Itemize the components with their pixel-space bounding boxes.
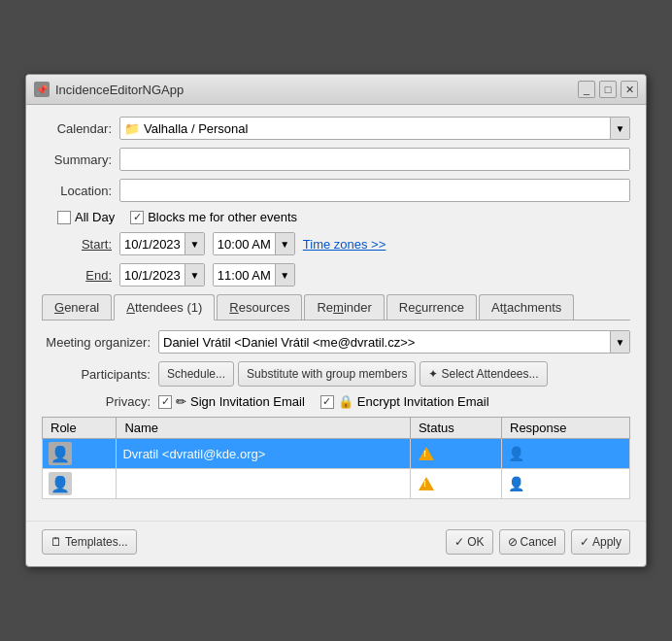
end-date-combo[interactable]: 10/1/2023 ▼: [119, 263, 205, 287]
start-date-value: 10/1/2023: [120, 235, 185, 253]
encrypt-checkbox[interactable]: [320, 395, 334, 409]
all-day-label: All Day: [75, 210, 115, 224]
row1-status: [410, 439, 501, 469]
table-row[interactable]: 👤 Dvratil <dvratil@kde.org> 👤: [43, 439, 630, 469]
time-zones-link[interactable]: Time zones >>: [303, 237, 386, 252]
start-time-combo[interactable]: 10:00 AM ▼: [213, 232, 295, 255]
row2-name: [117, 469, 411, 499]
ok-check-icon: ✓: [454, 535, 464, 549]
warning-triangle-icon: [419, 447, 434, 460]
sign-item: ✏ Sign Invitation Email: [158, 394, 305, 409]
titlebar-controls: _ □ ✕: [578, 81, 638, 98]
end-time-combo[interactable]: 11:00 AM ▼: [213, 263, 295, 287]
end-date-arrow[interactable]: ▼: [185, 264, 204, 286]
all-day-checkbox[interactable]: [57, 211, 71, 224]
row2-warning-icon: [417, 474, 436, 493]
location-row: Location:: [42, 179, 630, 202]
footer-left: 🗒 Templates...: [42, 529, 137, 555]
location-label: Location:: [42, 184, 119, 198]
calendar-combo-arrow[interactable]: ▼: [610, 118, 629, 139]
start-label: Start:: [42, 237, 119, 252]
col-name: Name: [117, 418, 411, 439]
substitute-button[interactable]: Substitute with group members: [238, 361, 416, 387]
tab-attachments[interactable]: Attachments: [479, 294, 574, 320]
summary-input[interactable]: [119, 148, 630, 171]
row2-avatar: 👤: [49, 472, 72, 495]
participants-buttons: Schedule... Substitute with group member…: [158, 361, 548, 387]
start-date-arrow[interactable]: ▼: [185, 233, 204, 254]
sign-label: Sign Invitation Email: [190, 394, 305, 409]
calendar-combo[interactable]: 📁 Valhalla / Personal ▼: [119, 117, 630, 140]
cancel-button[interactable]: ⊘ Cancel: [499, 529, 565, 555]
apply-label: Apply: [592, 535, 622, 549]
tab-recurrence[interactable]: Recurrence: [386, 294, 477, 320]
calendar-combo-text: 📁 Valhalla / Personal: [120, 119, 610, 138]
organizer-label: Meeting organizer:: [42, 335, 158, 350]
row1-role: 👤: [43, 439, 117, 469]
end-date-value: 10/1/2023: [120, 266, 185, 285]
col-role: Role: [43, 418, 117, 439]
organizer-combo[interactable]: Daniel Vrátil <Daniel Vrátil <me@dvratil…: [158, 330, 630, 354]
tab-general[interactable]: General: [42, 294, 112, 320]
all-day-item: All Day: [57, 210, 115, 224]
location-field: [119, 179, 630, 202]
participants-row: Participants: Schedule... Substitute wit…: [42, 361, 630, 387]
participants-label: Participants:: [42, 367, 158, 382]
end-time-arrow[interactable]: ▼: [275, 264, 294, 286]
cancel-label: Cancel: [521, 535, 556, 549]
main-content: Calendar: 📁 Valhalla / Personal ▼ Summar…: [26, 105, 646, 521]
blocks-checkbox[interactable]: [130, 211, 144, 224]
footer-right: ✓ OK ⊘ Cancel ✓ Apply: [446, 529, 630, 555]
cancel-icon: ⊘: [508, 535, 518, 549]
start-date-combo[interactable]: 10/1/2023 ▼: [119, 232, 205, 255]
templates-label: Templates...: [65, 535, 128, 549]
tab-reminder[interactable]: Reminder: [304, 294, 384, 320]
calendar-label: Calendar:: [42, 121, 119, 136]
location-input[interactable]: [119, 179, 630, 202]
end-row: End: 10/1/2023 ▼ 11:00 AM ▼: [42, 263, 630, 287]
window-title: IncidenceEditorNGApp: [55, 83, 184, 97]
organizer-combo-arrow[interactable]: ▼: [610, 331, 629, 353]
tab-attendees[interactable]: Attendees (1): [114, 294, 215, 320]
checkbox-row: All Day Blocks me for other events: [42, 210, 630, 224]
start-row: Start: 10/1/2023 ▼ 10:00 AM ▼ Time zones…: [42, 232, 630, 255]
templates-icon: 🗒: [50, 535, 62, 549]
privacy-row: Privacy: ✏ Sign Invitation Email 🔒 Encry…: [42, 394, 630, 409]
end-label: End:: [42, 268, 119, 283]
row1-response: 👤: [502, 439, 630, 469]
ok-label: OK: [467, 535, 484, 549]
sign-checkbox[interactable]: [158, 395, 172, 409]
summary-field: [119, 148, 630, 171]
tab-resources[interactable]: Resources: [217, 294, 302, 320]
select-attendees-button[interactable]: ✦ ✦ Select Attendees... Select Attendees…: [420, 361, 547, 387]
row2-status: [410, 469, 501, 499]
footer: 🗒 Templates... ✓ OK ⊘ Cancel ✓ Apply: [26, 521, 646, 566]
col-response: Response: [502, 418, 630, 439]
blocks-label: Blocks me for other events: [148, 210, 297, 224]
warning-triangle2-icon: [419, 477, 434, 490]
row1-response-icon: 👤: [508, 446, 524, 461]
ok-button[interactable]: ✓ OK: [446, 529, 492, 555]
table-row[interactable]: 👤 👤: [43, 469, 630, 499]
privacy-label: Privacy:: [42, 394, 158, 409]
calendar-row: Calendar: 📁 Valhalla / Personal ▼: [42, 117, 630, 140]
apply-check-icon: ✓: [580, 535, 589, 549]
row1-name: Dvratil <dvratil@kde.org>: [117, 439, 411, 469]
organizer-combo-text: Daniel Vrátil <Daniel Vrátil <me@dvratil…: [159, 333, 610, 352]
pen-icon: ✏: [176, 394, 186, 409]
schedule-button[interactable]: Schedule...: [158, 361, 234, 387]
templates-button[interactable]: 🗒 Templates...: [42, 529, 137, 555]
privacy-items: ✏ Sign Invitation Email 🔒 Encrypt Invita…: [158, 394, 489, 409]
window-icon: 📌: [34, 82, 50, 97]
start-time-arrow[interactable]: ▼: [275, 233, 294, 254]
lock-icon: 🔒: [338, 394, 353, 409]
maximize-button[interactable]: □: [599, 81, 617, 98]
main-window: 📌 IncidenceEditorNGApp _ □ ✕ Calendar: 📁…: [25, 74, 647, 567]
folder-icon: 📁: [124, 121, 140, 136]
apply-button[interactable]: ✓ Apply: [571, 529, 630, 555]
titlebar: 📌 IncidenceEditorNGApp _ □ ✕: [26, 75, 646, 105]
titlebar-left: 📌 IncidenceEditorNGApp: [34, 82, 184, 97]
select-attendees-icon: ✦: [428, 367, 438, 381]
minimize-button[interactable]: _: [578, 81, 595, 98]
close-button[interactable]: ✕: [621, 81, 638, 98]
